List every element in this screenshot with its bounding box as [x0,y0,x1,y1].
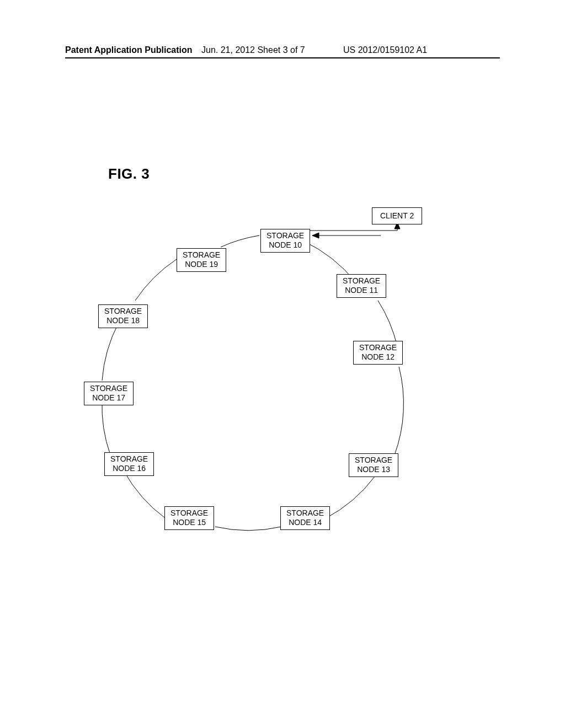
node-line1: STORAGE [286,508,324,517]
figure-title: FIG. 3 [108,165,150,183]
node-line2: NODE 12 [361,352,395,361]
node-line1: STORAGE [90,384,127,393]
node-line2: NODE 19 [185,260,218,269]
node-line1: STORAGE [104,307,142,315]
header-center: Jun. 21, 2012 Sheet 3 of 7 [201,45,305,55]
client-label: CLIENT 2 [380,211,414,220]
storage-node-11: STORAGE NODE 11 [337,274,386,298]
node-line1: STORAGE [110,454,148,463]
node-line1: STORAGE [183,250,220,259]
storage-node-15: STORAGE NODE 15 [164,506,214,530]
header-left: Patent Application Publication [65,45,193,55]
node-line2: NODE 13 [357,465,390,474]
header-right: US 2012/0159102 A1 [343,45,427,55]
svg-marker-1 [312,233,319,238]
node-line1: STORAGE [359,343,397,352]
storage-node-16: STORAGE NODE 16 [104,452,154,476]
node-line1: STORAGE [266,231,304,240]
node-line2: NODE 14 [289,518,322,527]
node-line1: STORAGE [355,456,392,464]
storage-node-19: STORAGE NODE 19 [177,248,226,272]
page-header: Patent Application Publication Jun. 21, … [0,45,565,62]
storage-node-13: STORAGE NODE 13 [349,453,398,477]
storage-node-12: STORAGE NODE 12 [353,341,403,365]
storage-node-14: STORAGE NODE 14 [280,506,330,530]
node-line2: NODE 11 [345,286,378,295]
node-line2: NODE 17 [92,393,125,402]
diagram-svg [0,0,565,728]
node-line1: STORAGE [170,508,208,517]
node-line2: NODE 10 [269,240,302,249]
client-box: CLIENT 2 [372,207,422,224]
node-line2: NODE 15 [173,518,206,527]
storage-node-10: STORAGE NODE 10 [260,229,310,253]
storage-node-17: STORAGE NODE 17 [84,382,134,405]
header-rule [65,57,500,58]
page-container: Patent Application Publication Jun. 21, … [0,0,565,728]
node-line2: NODE 18 [106,316,140,325]
node-line1: STORAGE [343,276,380,285]
storage-node-18: STORAGE NODE 18 [98,304,148,328]
node-line2: NODE 16 [113,464,146,473]
